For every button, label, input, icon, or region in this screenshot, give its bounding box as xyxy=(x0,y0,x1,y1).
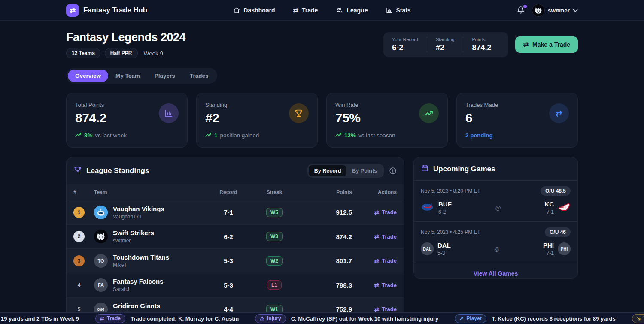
ticker-item: ↗ Player T. Kelce (KC) records 8 recepti… xyxy=(455,314,615,323)
stat-card-trades-made: Trades Made 6 2 pending ⇄ xyxy=(456,93,578,148)
notification-dot xyxy=(523,5,527,8)
upcoming-games-title: Upcoming Games xyxy=(433,165,495,173)
game-row[interactable]: Nov 5, 2023 • 8:20 PM ET O/U 48.5 BUF 6-… xyxy=(414,181,577,222)
ticker-category-badge: ⇄ Trade xyxy=(95,314,125,323)
trend-up-icon: ↗ xyxy=(459,315,464,321)
ticker-text: Trade completed: K. Murray for C. Austin xyxy=(131,315,239,322)
bills-logo xyxy=(421,202,434,213)
dal-team-badge: DAL xyxy=(421,242,434,255)
trade-arrows-icon: ⇄ xyxy=(374,209,380,216)
ticker-text: C. McCaffrey (SF) out for Week 10 with h… xyxy=(291,315,439,322)
trade-arrows-icon: ⇄ xyxy=(374,306,380,313)
trade-button[interactable]: ⇄Trade xyxy=(374,257,397,264)
ticker-text: T. Kelce (KC) records 8 receptions for 8… xyxy=(492,315,615,322)
team-owner: MikeT xyxy=(113,262,169,268)
main-menu: Dashboard ⇄ Trade League Stats xyxy=(233,6,410,14)
trend-up-icon xyxy=(335,132,342,139)
league-meta: 12 Teams Half PPR Week 9 xyxy=(66,48,185,58)
trade-button[interactable]: ⇄Trade xyxy=(374,209,397,216)
tab-players[interactable]: Players xyxy=(147,70,182,82)
nav-item-trade[interactable]: ⇄ Trade xyxy=(293,6,318,14)
away-team-abbr: DAL xyxy=(437,242,451,249)
ticker-track: 19 yards and 2 TDs in Week 9 ⇄ Trade Tra… xyxy=(0,314,644,323)
standings-title: League Standings xyxy=(86,167,149,175)
streak-badge: W3 xyxy=(266,232,283,241)
pending-trades-link[interactable]: 2 pending xyxy=(465,132,493,139)
info-icon[interactable] xyxy=(389,167,397,175)
team-name: Swift Strikers xyxy=(113,229,154,236)
toggle-by-points[interactable]: By Points xyxy=(346,165,383,176)
warning-icon: ⚠ xyxy=(260,315,264,321)
trend-up-icon xyxy=(419,103,439,123)
tab-my-team[interactable]: My Team xyxy=(108,70,147,82)
nav-item-dashboard[interactable]: Dashboard xyxy=(233,7,275,14)
ticker-item: 19 yards and 2 TDs in Week 9 xyxy=(1,315,79,322)
trade-arrows-icon: ⇄ xyxy=(523,41,529,48)
nav-item-stats[interactable]: Stats xyxy=(386,7,410,14)
game-datetime: Nov 5, 2023 • 8:20 PM ET xyxy=(421,188,480,194)
app-title: Fantasy Trade Hub xyxy=(83,6,147,15)
table-row[interactable]: 3 TO Touchdown Titans MikeT xyxy=(67,248,404,273)
rank-badge: 4 xyxy=(73,279,85,291)
trend-up-icon xyxy=(75,132,82,139)
ticker-category-badge: ↘ Waiver xyxy=(632,314,644,323)
week-label: Week 9 xyxy=(144,50,164,57)
upcoming-games-panel: Upcoming Games Nov 5, 2023 • 8:20 PM ET … xyxy=(413,157,578,279)
trade-button[interactable]: ⇄Trade xyxy=(374,233,397,240)
trade-arrows-icon: ⇄ xyxy=(549,103,569,123)
trade-button[interactable]: ⇄Trade xyxy=(374,282,397,288)
tab-overview[interactable]: Overview xyxy=(68,70,108,82)
ticker-category-badge: ⚠ Injury xyxy=(255,314,286,323)
away-team-abbr: BUF xyxy=(438,200,452,208)
tab-trades[interactable]: Trades xyxy=(182,70,216,82)
trade-arrows-icon: ⇄ xyxy=(100,315,104,321)
points-value: 912.5 xyxy=(298,209,352,216)
home-team-abbr: KC xyxy=(544,200,554,208)
league-title-block: Fantasy Legends 2024 12 Teams Half PPR W… xyxy=(66,31,185,58)
nav-item-league[interactable]: League xyxy=(336,7,368,14)
bar-chart-icon xyxy=(159,103,179,123)
avatar xyxy=(532,4,545,17)
nav-right: switmer xyxy=(516,4,578,17)
streak-badge: W2 xyxy=(266,256,283,266)
trade-arrows-icon: ⇄ xyxy=(374,282,380,288)
team-owner: switmer xyxy=(113,238,154,244)
ticker-item: ⇄ Trade Trade completed: K. Murray for C… xyxy=(95,314,239,323)
trophy-icon xyxy=(73,166,82,176)
user-menu[interactable]: switmer xyxy=(532,4,578,17)
table-row[interactable]: 4 FA Fantasy Falcons SarahJ xyxy=(67,273,404,297)
view-all-games-link[interactable]: View All Games xyxy=(414,263,577,279)
record-value: 5-3 xyxy=(206,282,251,289)
record-value: 7-1 xyxy=(206,209,251,216)
points-value: 788.3 xyxy=(298,282,352,289)
bar-chart-icon xyxy=(386,7,392,14)
team-name: Vaughan Vikings xyxy=(113,205,164,212)
ticker-text: 19 yards and 2 TDs in Week 9 xyxy=(1,315,79,322)
points-value: 801.7 xyxy=(298,257,352,264)
trade-button[interactable]: ⇄Trade xyxy=(374,306,397,313)
your-record-cell: Your Record 6-2 xyxy=(392,37,427,52)
table-row[interactable]: 2 Swift Strikers switmer xyxy=(67,224,404,249)
game-datetime: Nov 5, 2023 • 4:25 PM ET xyxy=(421,229,480,235)
news-ticker: 19 yards and 2 TDs in Week 9 ⇄ Trade Tra… xyxy=(0,312,644,324)
people-icon xyxy=(336,7,343,14)
ticker-item: ⚠ Injury C. McCaffrey (SF) out for Week … xyxy=(255,314,438,323)
game-row[interactable]: Nov 5, 2023 • 4:25 PM ET O/U 46 DAL DAL … xyxy=(414,222,577,263)
table-row[interactable]: 1 Vaughan Vikings Vaughan171 xyxy=(67,200,404,224)
chiefs-logo: KC xyxy=(558,202,571,213)
record-value: 5-3 xyxy=(206,257,251,264)
main-content: Fantasy Legends 2024 12 Teams Half PPR W… xyxy=(66,31,578,319)
rank-badge: 3 xyxy=(73,255,85,266)
standing-cell: Standing #2 xyxy=(427,37,463,52)
team-owner: Vaughan171 xyxy=(113,214,164,220)
make-a-trade-button[interactable]: ⇄ Make a Trade xyxy=(515,36,578,53)
page-title: Fantasy Legends 2024 xyxy=(66,31,185,44)
team-avatar xyxy=(94,206,108,219)
rank-badge: 2 xyxy=(73,231,85,242)
over-under-badge: O/U 46 xyxy=(545,227,571,237)
toggle-by-record[interactable]: By Record xyxy=(309,165,347,176)
league-standings-panel: League Standings By Record By Points # T… xyxy=(66,157,404,319)
stat-card-win-rate: Win Rate 75% 12% vs last season xyxy=(326,93,448,148)
stat-card-standing: Standing #2 1 position gained xyxy=(196,93,318,148)
notifications-button[interactable] xyxy=(516,6,526,15)
